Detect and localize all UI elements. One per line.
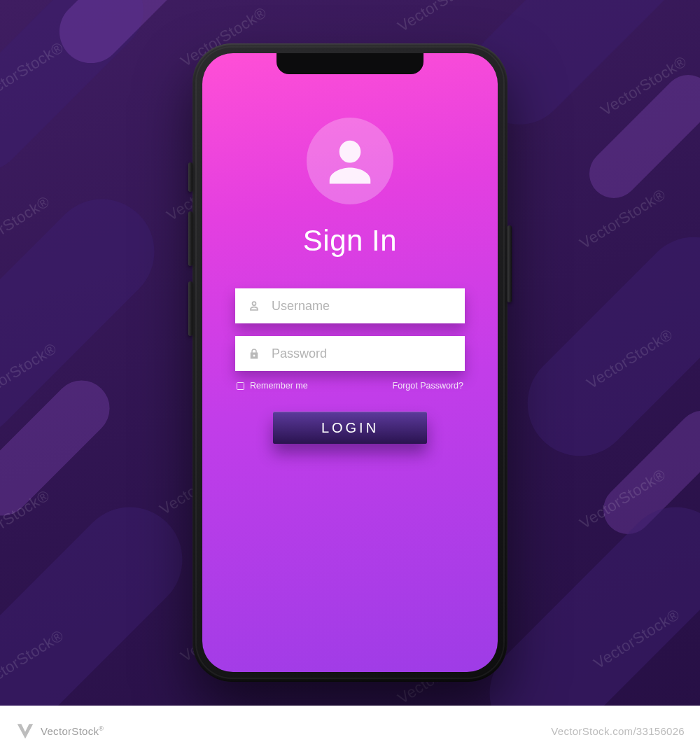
footer-bar: VectorStock® VectorStock.com/33156026: [0, 706, 700, 756]
footer-logo-suffix: ®: [99, 725, 104, 732]
vectorstock-logo: VectorStock®: [15, 721, 104, 741]
bg-pill: [579, 64, 700, 208]
password-field[interactable]: [235, 336, 465, 371]
phone-volume-down: [188, 281, 192, 336]
remember-me-checkbox[interactable]: Remember me: [237, 381, 308, 391]
login-button[interactable]: LOGIN: [273, 412, 427, 444]
vectorstock-logo-icon: [15, 721, 35, 741]
phone-volume-up: [188, 211, 192, 266]
checkbox-box-icon: [237, 382, 244, 390]
phone-notch: [276, 53, 424, 74]
phone-screen: Sign In Remember: [202, 53, 498, 672]
username-input[interactable]: [272, 299, 455, 314]
user-avatar-icon: [307, 118, 393, 204]
phone-power-button: [507, 225, 512, 302]
page-title: Sign In: [303, 224, 397, 258]
phone-silence-switch: [188, 162, 192, 192]
watermark: VectorStock®: [395, 0, 487, 36]
remember-me-label: Remember me: [250, 381, 308, 391]
password-input[interactable]: [272, 346, 455, 361]
footer-logo-text: VectorStock: [41, 725, 99, 737]
forgot-password-link[interactable]: Forgot Password?: [393, 381, 463, 391]
footer-image-id: VectorStock.com/33156026: [551, 725, 685, 737]
phone-frame: Sign In Remember: [192, 43, 507, 682]
username-field[interactable]: [235, 288, 465, 323]
user-outline-icon: [245, 299, 263, 313]
stage: VectorStock® VectorStock® VectorStock® V…: [0, 0, 700, 756]
lock-icon: [245, 346, 263, 360]
login-options: Remember me Forgot Password?: [237, 381, 463, 391]
login-form: Remember me Forgot Password? LOGIN: [235, 288, 465, 444]
